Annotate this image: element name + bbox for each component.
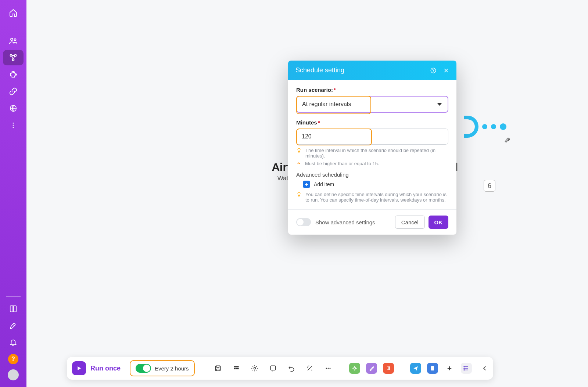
ok-button[interactable]: OK (429, 216, 449, 229)
minutes-hint: The time interval in which the scenario … (296, 148, 448, 159)
add-item-button[interactable]: + Add item (303, 181, 448, 188)
puzzle-icon[interactable] (3, 67, 24, 82)
svg-rect-13 (215, 366, 220, 370)
svg-point-12 (433, 72, 433, 72)
svg-rect-14 (234, 366, 239, 367)
modal-title: Schedule setting (295, 66, 344, 74)
tool-purple[interactable] (366, 363, 377, 374)
show-advanced-toggle[interactable] (296, 218, 311, 226)
bell-icon[interactable] (3, 335, 24, 350)
align-icon[interactable] (232, 364, 241, 373)
save-icon[interactable] (213, 364, 223, 373)
run-once-label: Run once (90, 365, 121, 372)
rocket-icon[interactable] (3, 318, 24, 333)
scenarios-icon[interactable] (3, 50, 24, 65)
tool-list[interactable] (461, 363, 472, 374)
minutes-label: Minutes* (296, 119, 448, 126)
cancel-button[interactable]: Cancel (395, 216, 425, 229)
tool-red[interactable] (383, 363, 394, 374)
modal-header: Schedule setting (288, 61, 456, 80)
svg-point-21 (329, 368, 330, 369)
svg-point-22 (354, 367, 355, 369)
svg-point-19 (326, 368, 327, 369)
plus-icon: + (303, 181, 310, 188)
svg-point-9 (13, 125, 14, 126)
help-icon[interactable] (430, 67, 437, 74)
tool-doc[interactable] (427, 363, 438, 374)
avatar[interactable] (8, 369, 19, 380)
advanced-hint: You can define specific time intervals d… (296, 192, 448, 203)
add-module-icon[interactable] (444, 363, 455, 374)
minutes-input[interactable]: 120 (296, 129, 448, 145)
magic-icon[interactable] (305, 364, 315, 373)
modal-footer: Show advanced settings Cancel OK (288, 209, 456, 235)
advanced-scheduling-title: Advanced scheduling (296, 171, 448, 178)
gear-icon[interactable] (250, 364, 259, 373)
sidebar: ? (0, 0, 26, 387)
chevron-left-icon[interactable] (481, 365, 488, 372)
schedule-modal: Schedule setting Run scenario:* At regul… (288, 61, 456, 235)
team-icon[interactable] (3, 33, 24, 48)
node-index-badge: 6 (484, 180, 495, 192)
show-advanced-label: Show advanced settings (315, 219, 395, 225)
svg-point-1 (14, 39, 16, 41)
svg-point-0 (11, 38, 13, 40)
svg-point-10 (13, 127, 14, 128)
play-icon (72, 361, 86, 375)
globe-icon[interactable] (3, 101, 24, 116)
tool-green[interactable] (349, 363, 360, 374)
chevron-down-icon (437, 103, 442, 106)
more-icon[interactable] (323, 364, 333, 373)
run-once-button[interactable]: Run once (72, 361, 121, 375)
more-icon[interactable] (3, 117, 24, 133)
bulb-icon (296, 148, 302, 153)
svg-point-24 (464, 366, 465, 367)
svg-point-25 (464, 368, 465, 369)
connector-dots (464, 116, 506, 138)
wrench-icon[interactable] (504, 136, 512, 143)
chevron-up-icon (296, 161, 301, 166)
scenario-canvas[interactable]: AAirtableAirtable peeking out both sides… (26, 0, 588, 387)
svg-point-26 (464, 370, 465, 370)
svg-point-8 (13, 123, 14, 124)
bottom-toolbar: Run once Every 2 hours (67, 357, 493, 380)
link-icon[interactable] (3, 84, 24, 99)
svg-point-4 (12, 59, 14, 61)
schedule-pill[interactable]: Every 2 hours (130, 360, 195, 376)
schedule-label: Every 2 hours (155, 365, 189, 372)
svg-point-20 (327, 368, 329, 369)
book-icon[interactable] (3, 301, 24, 317)
svg-point-17 (254, 368, 255, 369)
home-icon[interactable] (3, 5, 24, 21)
svg-rect-23 (431, 366, 434, 370)
close-icon[interactable] (443, 68, 449, 73)
run-scenario-select[interactable]: At regular intervals (296, 96, 448, 113)
tool-send[interactable] (410, 363, 421, 374)
svg-rect-18 (270, 366, 275, 370)
help-icon[interactable]: ? (8, 354, 18, 364)
svg-rect-15 (234, 368, 236, 369)
note-icon[interactable] (268, 364, 278, 373)
minutes-value: 120 (302, 133, 312, 140)
run-scenario-label: Run scenario:* (296, 87, 448, 93)
minutes-rule: Must be higher than or equal to 15. (296, 161, 448, 166)
scenario-toggle[interactable] (136, 364, 151, 373)
add-item-label: Add item (314, 181, 334, 187)
bulb-icon (296, 192, 302, 197)
run-scenario-value: At regular intervals (302, 101, 351, 108)
undo-icon[interactable] (287, 364, 296, 373)
svg-rect-16 (236, 368, 239, 369)
